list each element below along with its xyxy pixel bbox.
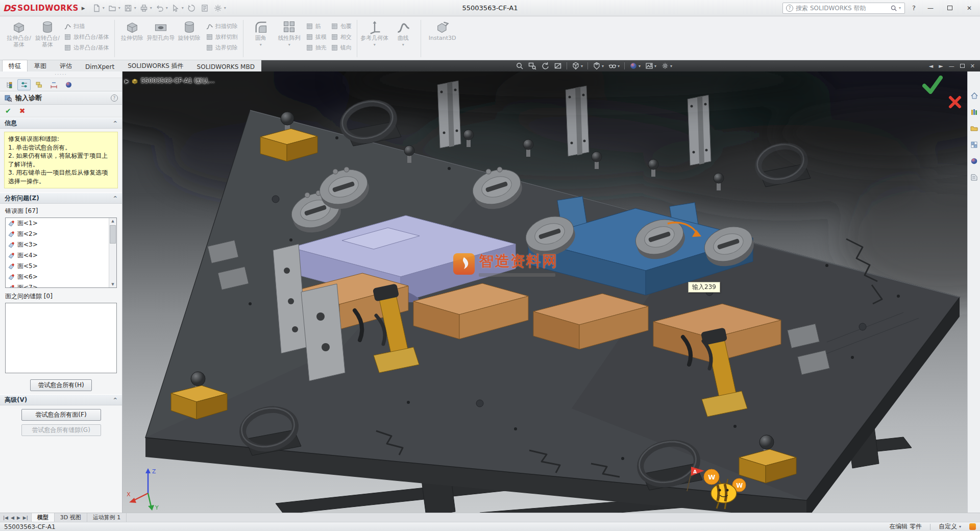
appearances-button[interactable] bbox=[969, 156, 979, 166]
face-list-item[interactable]: 面<5> bbox=[6, 261, 116, 272]
next-tab-button[interactable]: ▶ bbox=[16, 515, 21, 520]
tab-dimxpert[interactable]: DimXpert bbox=[79, 61, 121, 71]
tab-sw-mbd[interactable]: SOLIDWORKS MBD bbox=[190, 61, 261, 71]
collapse-icon[interactable]: ^ bbox=[113, 120, 117, 126]
undo-dropdown-icon[interactable]: ▾ bbox=[166, 6, 168, 10]
ok-button[interactable]: ✔ bbox=[5, 107, 11, 115]
print-dropdown-icon[interactable]: ▾ bbox=[150, 6, 152, 10]
tab-sketch[interactable]: 草图 bbox=[28, 60, 53, 71]
section-view-button[interactable] bbox=[554, 62, 562, 70]
refgeo-flyout-icon[interactable]: ▾ bbox=[374, 43, 376, 47]
search-dropdown-icon[interactable]: ▾ bbox=[899, 6, 901, 10]
doc-minimize-button[interactable]: — bbox=[949, 63, 954, 69]
propertymanager-tab[interactable] bbox=[17, 79, 31, 90]
draft-button[interactable]: 拔模 bbox=[306, 33, 327, 41]
lofted-boss-button[interactable]: 放样凸台/基体 bbox=[64, 33, 109, 41]
displaymanager-tab[interactable] bbox=[62, 79, 75, 90]
face-list-item[interactable]: 面<3> bbox=[6, 239, 116, 250]
options-button[interactable] bbox=[212, 2, 224, 14]
hole-wizard-button[interactable]: 异型孔向导 bbox=[146, 18, 175, 59]
configurationmanager-tab[interactable] bbox=[32, 79, 45, 90]
home-button[interactable] bbox=[969, 91, 979, 101]
rib-button[interactable]: 筋 bbox=[306, 22, 327, 31]
tab-features[interactable]: 特征 bbox=[2, 60, 28, 71]
zoom-area-button[interactable] bbox=[528, 62, 536, 70]
extruded-cut-button[interactable]: 拉伸切除 bbox=[118, 18, 146, 59]
apply-scene-button[interactable]: ▾ bbox=[645, 62, 656, 70]
next-document-button[interactable]: ► bbox=[939, 63, 943, 69]
confirm-ok-button[interactable] bbox=[921, 75, 944, 96]
gaps-list[interactable] bbox=[5, 303, 117, 373]
extruded-boss-button[interactable]: 拉伸凸台/基体 bbox=[5, 18, 33, 59]
curves-flyout-icon[interactable]: ▾ bbox=[402, 43, 404, 47]
face-list-item[interactable]: 面<2> bbox=[6, 229, 116, 239]
previous-document-button[interactable]: ◄ bbox=[929, 63, 933, 69]
previous-view-button[interactable] bbox=[541, 62, 549, 70]
new-doc-dropdown-icon[interactable]: ▾ bbox=[103, 6, 105, 10]
model-tab[interactable]: 模型 bbox=[32, 513, 55, 522]
view-palette-button[interactable] bbox=[969, 140, 979, 150]
graphics-area[interactable]: ▶ 55003563-CF-A1 (默认... 输入239 智造资料网 bbox=[122, 71, 967, 513]
view-orientation-button[interactable]: ▾ bbox=[572, 62, 583, 70]
mirror-button[interactable]: 镜向 bbox=[331, 43, 352, 52]
curves-button[interactable]: 曲线▾ bbox=[389, 18, 418, 59]
section-analyze-problem[interactable]: 分析问题(Z) ^ bbox=[0, 192, 122, 204]
faulty-faces-list[interactable]: 面<1> 面<2> 面<3> 面<4> 面<5> 面<6> 面<7> ▲ ▼ bbox=[5, 218, 117, 288]
search-input[interactable] bbox=[796, 5, 888, 12]
3d-views-tab[interactable]: 3D 视图 bbox=[55, 513, 87, 522]
solidworks-logo[interactable]: DS SOLIDWORKS ▶ bbox=[3, 3, 85, 13]
doc-restore-button[interactable] bbox=[960, 63, 965, 69]
reference-geometry-button[interactable]: 参考几何体▾ bbox=[360, 18, 389, 59]
select-dropdown-icon[interactable]: ▾ bbox=[182, 6, 184, 10]
tab-evaluate[interactable]: 评估 bbox=[53, 60, 79, 71]
revolved-cut-button[interactable]: 旋转切除 bbox=[175, 18, 204, 59]
options-dropdown-icon[interactable]: ▾ bbox=[224, 6, 226, 10]
close-button[interactable]: ✕ bbox=[962, 2, 977, 14]
featuremanager-tab[interactable] bbox=[3, 79, 16, 90]
face-list-item[interactable]: 面<7> bbox=[6, 282, 116, 288]
doc-close-button[interactable]: ✕ bbox=[970, 63, 975, 69]
feature-tree-flyout[interactable]: ▶ 55003563-CF-A1 (默认... bbox=[125, 77, 214, 85]
menu-expand-arrow-icon[interactable]: ▶ bbox=[82, 6, 85, 11]
scroll-down-icon[interactable]: ▼ bbox=[111, 282, 114, 286]
section-message[interactable]: 信息 ^ bbox=[0, 117, 122, 129]
prev-tab-button[interactable]: ◀ bbox=[10, 515, 15, 520]
save-button[interactable] bbox=[122, 2, 134, 14]
motion-study-tab[interactable]: 运动算例 1 bbox=[87, 513, 127, 522]
hide-show-items-button[interactable]: ▾ bbox=[608, 62, 620, 70]
tree-node-label[interactable]: 55003563-CF-A1 (默认... bbox=[141, 77, 215, 85]
save-dropdown-icon[interactable]: ▾ bbox=[134, 6, 136, 10]
view-settings-button[interactable]: ▾ bbox=[661, 62, 672, 70]
face-list-item[interactable]: 面<6> bbox=[6, 272, 116, 282]
quick-tip-icon[interactable] bbox=[969, 523, 976, 530]
dimxpertmanager-tab[interactable] bbox=[47, 79, 60, 90]
scrollbar-thumb[interactable] bbox=[110, 225, 116, 244]
swept-cut-button[interactable]: 扫描切除 bbox=[206, 22, 238, 31]
instant3d-button[interactable]: Instant3D bbox=[424, 18, 461, 59]
edit-appearance-button[interactable]: ▾ bbox=[629, 62, 641, 70]
file-properties-button[interactable] bbox=[199, 2, 211, 14]
collapse-icon[interactable]: ^ bbox=[113, 196, 117, 201]
design-library-button[interactable] bbox=[969, 107, 979, 117]
tree-expand-icon[interactable]: ▶ bbox=[125, 79, 129, 84]
tab-sw-addins[interactable]: SOLIDWORKS 插件 bbox=[121, 60, 190, 71]
customize-menu[interactable]: 自定义 ▾ bbox=[939, 522, 961, 531]
boundary-cut-button[interactable]: 边界切除 bbox=[206, 43, 238, 52]
undo-button[interactable] bbox=[154, 2, 166, 14]
zoom-fit-button[interactable] bbox=[516, 62, 524, 70]
lofted-cut-button[interactable]: 放样切割 bbox=[206, 33, 238, 41]
last-tab-button[interactable]: ▶| bbox=[22, 515, 29, 520]
wrap-button[interactable]: 包覆 bbox=[331, 22, 352, 31]
search-icon[interactable] bbox=[890, 5, 897, 12]
shell-button[interactable]: 抽壳 bbox=[306, 43, 327, 52]
revolved-boss-button[interactable]: 旋转凸台/基体 bbox=[33, 18, 62, 59]
3d-model-scene[interactable] bbox=[122, 71, 967, 513]
cancel-button[interactable]: ✖ bbox=[19, 107, 26, 115]
face-list-item[interactable]: 面<1> bbox=[6, 218, 116, 229]
panel-help-icon[interactable]: ? bbox=[111, 94, 118, 102]
linear-pattern-button[interactable]: 线性阵列▾ bbox=[275, 18, 304, 59]
scroll-up-icon[interactable]: ▲ bbox=[111, 219, 114, 223]
boundary-boss-button[interactable]: 边界凸台/基体 bbox=[64, 43, 109, 52]
first-tab-button[interactable]: |◀ bbox=[3, 515, 9, 520]
print-button[interactable] bbox=[138, 2, 150, 14]
